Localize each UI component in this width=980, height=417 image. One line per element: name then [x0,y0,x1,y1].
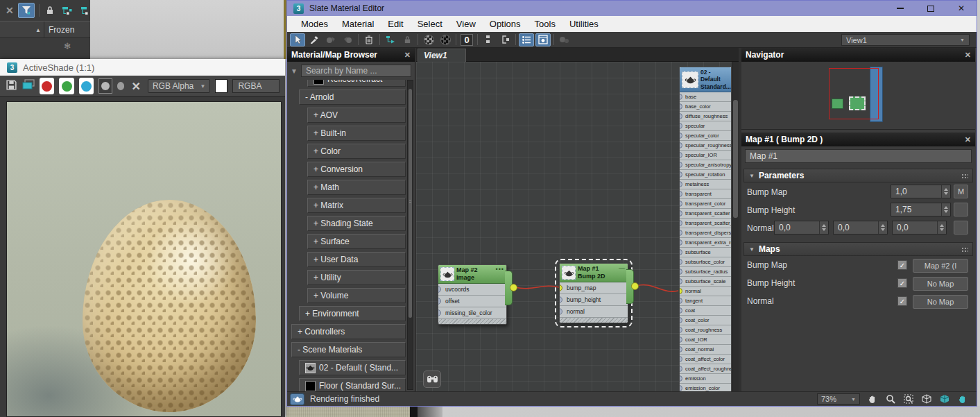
material-slot[interactable]: metalness [680,180,731,189]
rollout-grip-icon[interactable] [961,247,968,253]
browser-header[interactable]: Material/Map Browser ✕ [287,48,415,62]
material-slot[interactable]: coat_normal [680,345,731,355]
material-slot[interactable]: diffuse_roughness [680,112,731,121]
browser-item[interactable]: + Matrix [307,198,406,213]
minimize-button[interactable] [885,1,915,16]
map-slot[interactable]: bump_map [560,282,628,294]
slot-socket-icon[interactable] [680,152,682,158]
material-slot[interactable]: transparent_dispersi [680,228,731,238]
close-icon[interactable]: ✕ [965,51,971,60]
select-tool-options-button[interactable] [557,33,572,46]
browser-item[interactable]: Reflect/Refract [307,80,406,87]
show-map-quality-button[interactable] [438,33,453,46]
slot-socket-icon[interactable] [680,142,682,148]
normal-axis-spinner[interactable]: 0,0 [892,221,947,235]
view-selector-dropdown[interactable]: View1 ▼ [841,34,970,46]
material-slot[interactable]: subsurface_radius [680,267,731,277]
spinner-arrows-icon[interactable] [937,221,946,234]
pan-tool-button[interactable] [866,393,878,405]
browser-item[interactable]: - Arnold [299,90,406,105]
slot-socket-icon[interactable] [680,269,682,275]
move-children-button[interactable] [383,33,398,46]
material-slot[interactable]: coat_affect_color [680,355,731,364]
blue-channel-button[interactable] [79,78,94,94]
close-icon[interactable]: ✕ [965,135,971,144]
zoom-level-dropdown[interactable]: 73% ▼ [817,393,860,405]
tab-view1[interactable]: View1 [418,49,466,62]
scrollbar-thumb[interactable] [409,89,412,318]
frozen-cell[interactable]: ❄ [44,38,90,56]
map-slot[interactable]: missing_tile_color [438,307,506,319]
slot-socket-icon[interactable] [680,201,682,207]
params-header[interactable]: Map #1 ( Bump 2D ) ✕ [741,133,975,146]
slot-socket-icon[interactable] [680,346,682,352]
hierarchy-view-button[interactable] [60,3,73,17]
slot-socket-icon[interactable] [560,296,562,303]
material-slot[interactable]: base_color [680,102,731,112]
clone-rendering-button[interactable] [22,79,35,93]
maps-rollout-header[interactable]: ▼ Maps [743,242,973,256]
slot-socket-icon[interactable] [680,327,682,333]
spinner-arrows-icon[interactable] [819,221,828,234]
activeshade-titlebar[interactable]: 3 ActiveShade (1:1) [0,59,285,76]
pan-to-selected-button[interactable] [956,393,968,405]
browser-item[interactable]: + Utility [307,270,406,285]
map-slot[interactable]: offset [438,296,506,307]
slot-socket-icon[interactable] [680,133,682,139]
material-node-header[interactable]: 02 - Default Standard... [680,67,731,92]
output-socket-icon[interactable] [631,282,639,290]
save-button[interactable] [6,79,17,94]
menu-item[interactable]: Edit [381,19,410,29]
show-map-in-viewport-button[interactable] [421,33,436,46]
material-slot[interactable]: specular_IOR [680,151,731,160]
navigator-minimap[interactable] [741,62,975,130]
spinner-arrows-icon[interactable] [941,185,950,198]
browser-item[interactable]: Floor ( Standard Sur... [299,378,406,391]
slot-socket-icon[interactable] [438,286,441,293]
slot-socket-icon[interactable] [680,385,682,391]
collapse-dots-icon[interactable]: ••• [496,266,504,273]
material-slot[interactable]: specular_color [680,131,731,141]
browser-item[interactable]: + Color [307,144,406,159]
slot-socket-icon[interactable] [680,337,682,343]
map-enabled-checkbox[interactable]: ✓ [897,296,907,306]
menu-item[interactable]: View [449,19,483,29]
node-map1-bump2d[interactable]: Map #1 Bump 2D — bump_map [559,263,628,323]
find-node-button[interactable] [423,371,441,388]
green-channel-button[interactable] [59,78,74,94]
filter-button[interactable] [18,3,35,18]
slot-socket-icon[interactable] [680,307,682,314]
material-slot[interactable]: subsurface_color [680,257,731,267]
material-slot[interactable]: coat [680,306,731,316]
browser-item[interactable]: 02 - Default ( Stand... [299,360,406,375]
slot-socket-icon[interactable] [680,220,682,226]
map1-node-header[interactable]: Map #1 Bump 2D — [560,264,628,282]
close-icon[interactable]: ✕ [404,51,411,60]
browser-item[interactable]: + Volume [307,288,406,303]
slot-socket-icon[interactable] [680,103,682,110]
zoom-tool-button[interactable] [884,393,896,405]
bump-map-spinner[interactable]: 1,0 [891,185,951,198]
name-column-header[interactable]: ▲ [0,22,44,37]
normal-axis-spinner[interactable]: 0,0 [774,221,829,235]
lock-selection-button[interactable] [44,3,56,17]
menu-item[interactable]: Modes [294,19,335,29]
map-slot-button[interactable]: No Map [913,295,968,309]
browser-item[interactable]: + Built-in [307,126,406,141]
browser-item[interactable]: - Scene Materials [291,342,406,357]
browser-item[interactable]: + Surface [307,234,406,249]
zoom-extents-button[interactable] [920,393,932,405]
node-resize-grip[interactable] [560,318,628,323]
zoom-region-button[interactable] [902,393,914,405]
browser-scrollbar[interactable] [407,80,413,390]
material-slot[interactable]: specular_roughness [680,141,731,151]
delete-selected-button[interactable] [361,33,377,46]
slot-socket-icon[interactable] [680,123,682,129]
map2-node-header[interactable]: Map #2 Image ••• [438,265,506,284]
clear-filter-icon[interactable]: ✕ [6,5,14,16]
slot-socket-icon[interactable] [680,249,682,255]
slot-socket-icon[interactable] [680,239,682,246]
material-slot[interactable]: subsurface_scale [680,277,731,287]
browser-item[interactable]: + Conversion [307,162,406,177]
slot-socket-icon[interactable] [438,309,441,316]
